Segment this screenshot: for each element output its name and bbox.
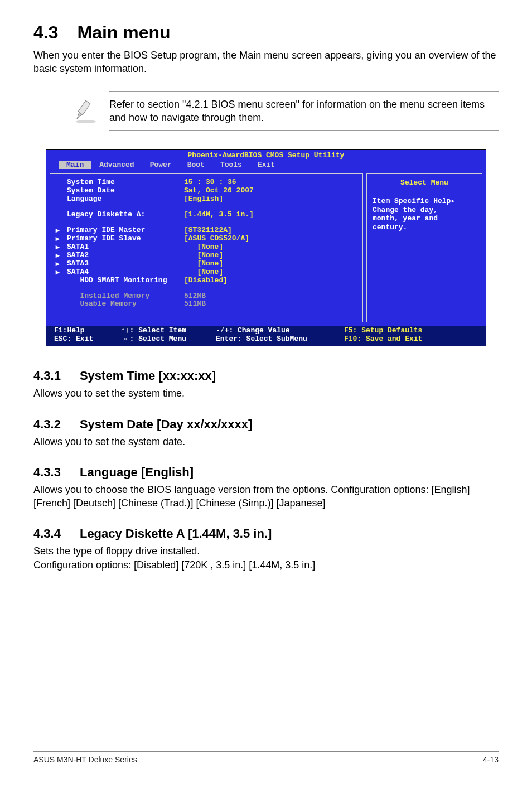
submenu-arrow-icon: ▸ (56, 235, 67, 243)
bios-setting-label: HDD SMART Monitoring (67, 277, 184, 285)
subsection-title: System Time [xx:xx:xx] (80, 369, 216, 383)
bios-tab-power[interactable]: Power (142, 161, 180, 169)
subsection-heading: 4.3.1System Time [xx:xx:xx] (33, 369, 499, 383)
subsection-number: 4.3.1 (33, 369, 61, 383)
bios-setting-row[interactable]: ▸SATA2 [None] (56, 252, 357, 260)
bios-tab-advanced[interactable]: Advanced (91, 161, 142, 169)
bios-setting-row[interactable]: Legacy Diskette A:[1.44M, 3.5 in.] (56, 211, 357, 219)
bios-help-body: Item Specific Help▸ Change the day, mont… (373, 197, 476, 231)
bios-setting-value: [English] (184, 195, 223, 204)
subsection-body: Sets the type of floppy drive installed.… (33, 544, 499, 572)
bios-setting-label: Legacy Diskette A: (67, 211, 184, 219)
subsection-title: Legacy Diskette A [1.44M, 3.5 in.] (80, 526, 272, 540)
bios-setting-label: Usable Memory (67, 300, 184, 308)
bios-setting-label: Installed Memory (67, 292, 184, 301)
footer-page-number: 4-13 (483, 755, 499, 764)
bios-setting-label: Primary IDE Slave (67, 235, 184, 243)
bios-setting-row[interactable]: ▸Primary IDE Master[ST321122A] (56, 226, 357, 235)
note-text: Refer to section "4.2.1 BIOS menu screen… (109, 98, 499, 125)
bios-setting-row[interactable]: System DateSat, Oct 26 2007 (56, 187, 357, 195)
bios-setting-label: SATA4 (67, 268, 184, 277)
bios-help-panel: Select Menu Item Specific Help▸ Change t… (366, 173, 482, 322)
bios-setting-row[interactable]: System Time15 : 30 : 36 (56, 178, 357, 187)
subsection-title: System Date [Day xx/xx/xxxx] (80, 417, 252, 431)
bios-key-exit: ESC: Exit (54, 335, 121, 344)
bios-screenshot: Phoenix-AwardBIOS CMOS Setup Utility Mai… (46, 149, 486, 346)
page-footer: ASUS M3N-HT Deluxe Series 4-13 (33, 751, 499, 764)
bios-menu-bar: Main Advanced Power Boot Tools Exit (46, 161, 486, 171)
submenu-arrow-icon: ▸ (56, 226, 67, 235)
submenu-arrow-icon (56, 195, 67, 204)
bios-setting-label: Language (67, 195, 184, 204)
bios-setting-row[interactable]: ▸SATA3 [None] (56, 260, 357, 268)
submenu-arrow-icon: ▸ (56, 243, 67, 252)
bios-tab-tools[interactable]: Tools (212, 161, 250, 169)
bios-setting-value: [Disabled] (184, 277, 228, 285)
pencil-icon (72, 98, 99, 124)
subsection-heading: 4.3.4Legacy Diskette A [1.44M, 3.5 in.] (33, 526, 499, 541)
subsection-body: Allows you to choose the BIOS language v… (33, 483, 499, 510)
bios-setting-label: SATA2 (67, 252, 184, 260)
bios-key-save-exit: F10: Save and Exit (344, 335, 422, 344)
bios-main-panel: System Time15 : 30 : 36 System DateSat, … (50, 173, 363, 322)
bios-title: Phoenix-AwardBIOS CMOS Setup Utility (46, 150, 486, 161)
bios-setting-row[interactable]: Usable Memory511MB (56, 300, 357, 308)
bios-tab-boot[interactable]: Boot (180, 161, 212, 169)
bios-key-change-value: -/+: Change Value (216, 327, 344, 335)
bios-key-help: F1:Help (54, 327, 121, 335)
submenu-arrow-icon: ▸ (56, 252, 67, 260)
submenu-arrow-icon (56, 292, 67, 301)
bios-setting-value: [ST321122A] (184, 226, 232, 235)
submenu-arrow-icon (56, 178, 67, 187)
footer-product: ASUS M3N-HT Deluxe Series (33, 755, 137, 764)
subsection-number: 4.3.4 (33, 526, 61, 541)
subsection-heading: 4.3.2System Date [Day xx/xx/xxxx] (33, 417, 499, 432)
bios-setting-row[interactable]: ▸SATA1 [None] (56, 243, 357, 252)
bios-setting-label: SATA3 (67, 260, 184, 268)
bios-setting-label: SATA1 (67, 243, 184, 252)
submenu-arrow-icon: ▸ (56, 268, 67, 277)
bios-setting-value: 15 : 30 : 36 (184, 178, 236, 187)
subsection-body: Allows you to set the system date. (33, 435, 499, 448)
note-box: Refer to section "4.2.1 BIOS menu screen… (72, 86, 499, 139)
bios-key-select-menu: →←: Select Menu (121, 335, 216, 344)
bios-setting-row[interactable]: ▸Primary IDE Slave[ASUS CDS520/A] (56, 235, 357, 243)
section-title-text: Main menu (77, 22, 170, 42)
bios-key-submenu: Enter: Select SubMenu (216, 335, 344, 344)
submenu-arrow-icon (56, 187, 67, 195)
submenu-arrow-icon (56, 300, 67, 308)
svg-point-0 (76, 120, 96, 123)
bios-help-title: Select Menu (373, 178, 476, 187)
subsection-body: Allows you to set the system time. (33, 386, 499, 400)
bios-tab-exit[interactable]: Exit (250, 161, 283, 169)
bios-setting-value: [None] (184, 252, 223, 260)
bios-setting-value: [None] (184, 268, 223, 277)
subsection-heading: 4.3.3Language [English] (33, 465, 499, 480)
bios-setting-row[interactable]: ▸SATA4 [None] (56, 268, 357, 277)
svg-rect-2 (78, 100, 90, 114)
bios-key-select-item: ↑↓: Select Item (121, 327, 216, 335)
submenu-arrow-icon (56, 277, 67, 285)
bios-setting-row[interactable]: HDD SMART Monitoring[Disabled] (56, 277, 357, 285)
bios-setting-value: [1.44M, 3.5 in.] (184, 211, 254, 219)
bios-setting-label: Primary IDE Master (67, 226, 184, 235)
bios-tab-main[interactable]: Main (59, 161, 91, 169)
bios-setting-row[interactable]: Installed Memory512MB (56, 292, 357, 301)
bios-setting-label: System Time (67, 178, 184, 187)
bios-footer: F1:Help↑↓: Select Item-/+: Change ValueF… (46, 326, 486, 346)
submenu-arrow-icon: ▸ (56, 260, 67, 268)
section-intro: When you enter the BIOS Setup program, t… (33, 49, 499, 76)
bios-setting-value: 511MB (184, 300, 206, 308)
bios-setting-value: [ASUS CDS520/A] (184, 235, 249, 243)
bios-setting-value: [None] (184, 260, 223, 268)
bios-setting-value: Sat, Oct 26 2007 (184, 187, 254, 195)
submenu-arrow-icon (56, 211, 67, 219)
bios-key-defaults: F5: Setup Defaults (344, 327, 422, 335)
section-heading: 4.3Main menu (33, 22, 499, 43)
bios-setting-value: 512MB (184, 292, 206, 301)
subsection-number: 4.3.2 (33, 417, 61, 432)
subsection-title: Language [English] (80, 465, 194, 479)
bios-setting-row[interactable]: Language[English] (56, 195, 357, 204)
subsection-number: 4.3.3 (33, 465, 61, 480)
bios-setting-value: [None] (184, 243, 223, 252)
